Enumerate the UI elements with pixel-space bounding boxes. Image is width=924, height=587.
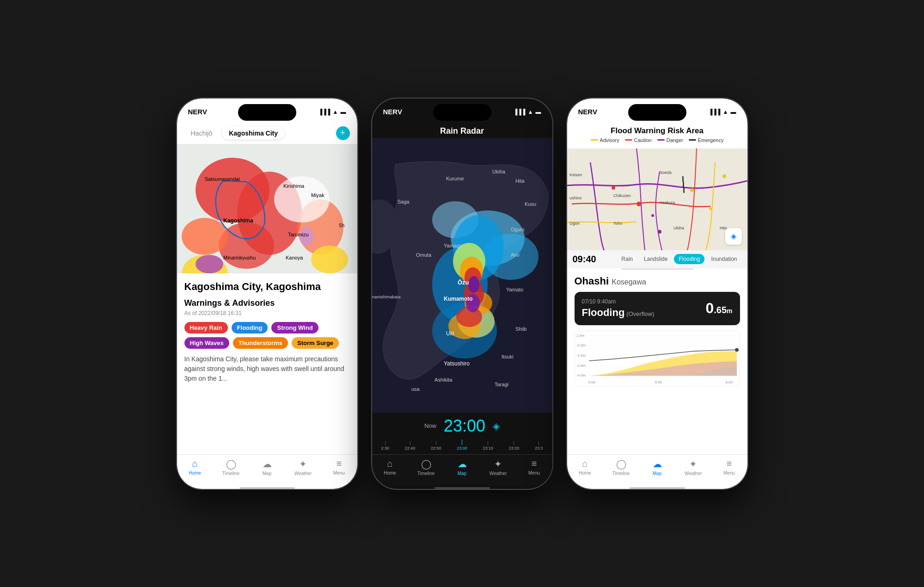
tab-hachijo[interactable]: Hachijō	[184, 127, 219, 140]
svg-point-67	[658, 230, 661, 234]
tab-flooding[interactable]: Flooding	[674, 254, 704, 264]
svg-text:Sh: Sh	[339, 223, 344, 228]
svg-text:Saga: Saga	[398, 199, 410, 204]
layers-button[interactable]: ◈	[725, 228, 742, 245]
svg-text:6:00: 6:00	[655, 380, 662, 384]
flood-info: 07/10 9:40am Flooding (Overflow)	[582, 298, 655, 319]
nav-map-2[interactable]: ☁ Map	[448, 458, 476, 476]
emergency-label: Emergency	[698, 137, 724, 143]
battery-icon-2: ▬	[536, 109, 541, 115]
map-label-3: Map	[653, 471, 661, 476]
timeline-icon-2: ◯	[421, 458, 431, 470]
svg-text:Kagoshima: Kagoshima	[223, 217, 253, 224]
more-arrow[interactable]: ›	[340, 364, 343, 374]
svg-text:Omuta: Omuta	[416, 252, 432, 258]
flood-map: Keisen Soeda ushino Chikuzen Asakura Ogo…	[567, 148, 747, 250]
svg-point-5	[182, 218, 228, 255]
flood-body: Ohashi Kosegawa 07/10 9:40am Flooding (O…	[567, 270, 747, 454]
map-icon-2: ☁	[458, 458, 467, 470]
svg-text:namishimabara: namishimabara	[372, 295, 401, 299]
timeline-icon-1: ◯	[226, 458, 236, 470]
svg-text:Ōzu: Ōzu	[458, 279, 469, 286]
svg-point-87	[735, 348, 739, 352]
bottom-nav-2: ⌂ Home ◯ Timeline ☁ Map ✦ Weather ≡ Me	[372, 454, 552, 485]
wifi-icon-1: ▲	[333, 109, 338, 115]
svg-text:Tarumizu: Tarumizu	[288, 232, 309, 237]
nav-menu-3[interactable]: ≡ Menu	[716, 458, 743, 476]
home-indicator-3	[630, 487, 685, 489]
tick-2300[interactable]: 23:00	[457, 439, 467, 451]
nav-home-3[interactable]: ⌂ Home	[571, 458, 599, 476]
weather-icon-1: ✦	[299, 458, 307, 470]
svg-text:Itsuki: Itsuki	[502, 354, 514, 359]
nav-menu-1[interactable]: ≡ Menu	[325, 458, 353, 476]
nav-timeline-3[interactable]: ◯ Timeline	[607, 458, 635, 476]
tab-rain[interactable]: Rain	[617, 254, 637, 264]
bottom-nav-3: ⌂ Home ◯ Timeline ☁ Map ✦ Weather ≡ Me	[567, 454, 747, 485]
dynamic-island-3	[628, 104, 686, 121]
svg-text:-0.3m: -0.3m	[576, 343, 586, 347]
advisory-label: Advisory	[600, 137, 619, 143]
timeline-ticks[interactable]: 2:30 22:40 22:50 23:00	[379, 439, 545, 451]
layers-icon[interactable]: ◈	[493, 420, 500, 432]
nav-menu-2[interactable]: ≡ Menu	[520, 458, 548, 476]
phone-3: NERV ▐▐▐ ▲ ▬ Flood Warning Risk Area Adv…	[567, 99, 747, 489]
weather-icon-3: ✦	[689, 458, 697, 470]
map-label-1: Map	[263, 471, 271, 476]
dynamic-island-2	[433, 104, 491, 121]
nav-timeline-2[interactable]: ◯ Timeline	[412, 458, 440, 476]
tick-2310: 23:10	[483, 441, 493, 451]
weather-label-1: Weather	[294, 471, 312, 476]
timeline-label-1: Timeline	[222, 471, 239, 476]
advisory-dot	[591, 139, 598, 141]
legend-danger: Danger	[657, 137, 683, 143]
battery-icon-1: ▬	[341, 109, 346, 115]
add-city-button[interactable]: +	[336, 126, 350, 140]
brand-3: NERV	[578, 108, 597, 116]
flood-card: 07/10 9:40am Flooding (Overflow) 0.65m	[575, 292, 740, 325]
map-type-tabs: Rain Landslide Flooding Inundation	[617, 254, 741, 264]
home-indicator-2	[434, 487, 490, 489]
map-controls: ◈	[725, 228, 742, 245]
signal-icon-3: ▐▐▐	[709, 109, 721, 115]
nav-weather-2[interactable]: ✦ Weather	[484, 458, 512, 476]
radar-map: Kurume Ukiha Hita Kusu Saga Oguni Omuta …	[372, 138, 552, 413]
wifi-icon-3: ▲	[723, 109, 728, 115]
nav-map-1[interactable]: ☁ Map	[253, 458, 281, 476]
nav-weather-3[interactable]: ✦ Weather	[679, 458, 707, 476]
place-name: Ohashi Kosegawa	[575, 275, 740, 287]
phone-2-screen: NERV ▐▐▐ ▲ ▬ Rain Radar	[372, 99, 552, 489]
svg-text:Hita: Hita	[515, 178, 525, 184]
nav-weather-1[interactable]: ✦ Weather	[289, 458, 317, 476]
time-bar: Now 23:00 ◈ 2:30 22:40 22:50	[372, 413, 552, 454]
tab-landslide[interactable]: Landslide	[639, 254, 672, 264]
current-time-3: 09:40	[573, 254, 596, 265]
svg-text:Ukiha: Ukiha	[492, 169, 506, 174]
nav-map-3[interactable]: ☁ Map	[643, 458, 671, 476]
now-label: Now	[424, 422, 436, 429]
svg-text:Kanoya: Kanoya	[286, 255, 303, 260]
timeline-label-2: Timeline	[417, 471, 434, 476]
nav-home-2[interactable]: ⌂ Home	[376, 458, 404, 476]
tab-inundation[interactable]: Inundation	[706, 254, 741, 264]
radar-header: Rain Radar	[372, 123, 552, 138]
badge-thunderstorms: Thunderstorms	[233, 337, 288, 349]
flood-measurement: 0.65m	[705, 300, 732, 317]
menu-label-1: Menu	[333, 470, 345, 476]
nav-home-1[interactable]: ⌂ Home	[181, 458, 209, 476]
brand-1: NERV	[188, 108, 207, 116]
svg-text:Yamaga: Yamaga	[444, 243, 463, 248]
home-indicator-1	[239, 487, 295, 489]
legend-advisory: Advisory	[591, 137, 619, 143]
svg-text:Minamikyushu: Minamikyushu	[223, 255, 256, 260]
caution-dot	[625, 139, 632, 141]
svg-text:-4.0m: -4.0m	[576, 373, 586, 377]
flood-chart: 1.0m -0.3m -1.5m -2.8m -4.0m	[575, 331, 740, 386]
svg-point-66	[722, 174, 726, 178]
svg-point-62	[636, 202, 641, 206]
map-icon-1: ☁	[263, 458, 272, 470]
battery-icon-3: ▬	[731, 109, 736, 115]
svg-text:1.0m: 1.0m	[576, 333, 584, 337]
tab-kagoshima[interactable]: Kagoshima City	[222, 127, 284, 140]
nav-timeline-1[interactable]: ◯ Timeline	[217, 458, 245, 476]
